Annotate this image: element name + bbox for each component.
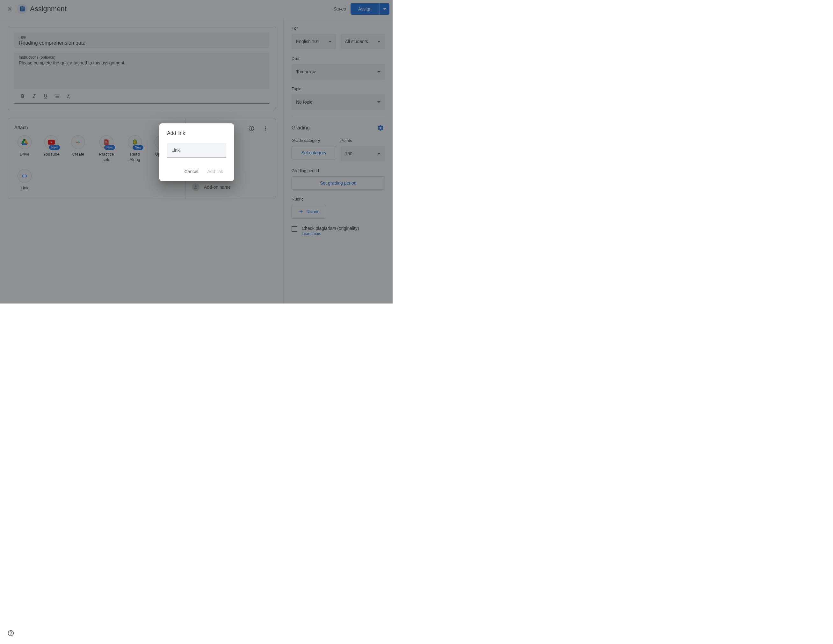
dialog-title: Add link xyxy=(167,130,226,136)
link-input-field[interactable] xyxy=(167,143,226,158)
add-link-dialog: Add link Cancel Add link xyxy=(159,123,234,181)
link-input[interactable] xyxy=(171,148,222,153)
dialog-cancel-button[interactable]: Cancel xyxy=(181,166,202,177)
dialog-confirm-button[interactable]: Add link xyxy=(204,166,226,177)
